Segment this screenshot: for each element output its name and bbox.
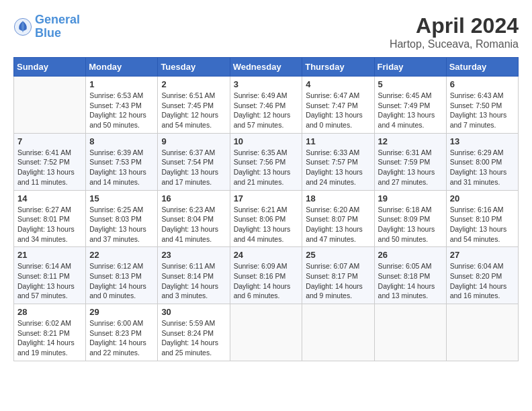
calendar-cell bbox=[14, 77, 86, 134]
day-info: Sunrise: 6:33 AM Sunset: 7:57 PM Dayligh… bbox=[306, 148, 370, 187]
calendar-cell: 11Sunrise: 6:33 AM Sunset: 7:57 PM Dayli… bbox=[302, 133, 374, 190]
calendar-cell: 17Sunrise: 6:21 AM Sunset: 8:06 PM Dayli… bbox=[230, 190, 302, 247]
logo: General Blue bbox=[13, 13, 80, 40]
day-number: 18 bbox=[306, 193, 370, 203]
day-number: 21 bbox=[17, 250, 82, 260]
day-info: Sunrise: 6:35 AM Sunset: 7:56 PM Dayligh… bbox=[234, 148, 299, 187]
day-number: 13 bbox=[450, 136, 515, 146]
day-info: Sunrise: 6:47 AM Sunset: 7:47 PM Dayligh… bbox=[306, 91, 370, 130]
calendar-week-row: 21Sunrise: 6:14 AM Sunset: 8:11 PM Dayli… bbox=[14, 247, 519, 304]
day-number: 29 bbox=[89, 307, 154, 317]
weekday-header: Wednesday bbox=[230, 58, 302, 77]
day-number: 26 bbox=[378, 250, 443, 260]
calendar-cell: 12Sunrise: 6:31 AM Sunset: 7:59 PM Dayli… bbox=[374, 133, 446, 190]
weekday-header: Thursday bbox=[302, 58, 374, 77]
day-info: Sunrise: 6:14 AM Sunset: 8:11 PM Dayligh… bbox=[17, 261, 82, 301]
day-info: Sunrise: 6:53 AM Sunset: 7:43 PM Dayligh… bbox=[89, 91, 154, 130]
logo-icon bbox=[13, 17, 32, 36]
calendar-week-row: 28Sunrise: 6:02 AM Sunset: 8:21 PM Dayli… bbox=[14, 304, 519, 361]
day-info: Sunrise: 6:21 AM Sunset: 8:06 PM Dayligh… bbox=[234, 205, 299, 244]
day-number: 5 bbox=[378, 79, 443, 89]
day-info: Sunrise: 6:45 AM Sunset: 7:49 PM Dayligh… bbox=[378, 91, 443, 130]
day-info: Sunrise: 6:49 AM Sunset: 7:46 PM Dayligh… bbox=[234, 91, 299, 130]
calendar-cell: 20Sunrise: 6:16 AM Sunset: 8:10 PM Dayli… bbox=[446, 190, 518, 247]
calendar-cell: 5Sunrise: 6:45 AM Sunset: 7:49 PM Daylig… bbox=[374, 77, 446, 134]
logo-text: General Blue bbox=[35, 13, 80, 40]
calendar-week-row: 14Sunrise: 6:27 AM Sunset: 8:01 PM Dayli… bbox=[14, 190, 519, 247]
calendar-header-row: SundayMondayTuesdayWednesdayThursdayFrid… bbox=[14, 58, 519, 77]
calendar-cell: 24Sunrise: 6:09 AM Sunset: 8:16 PM Dayli… bbox=[230, 247, 302, 304]
day-info: Sunrise: 6:31 AM Sunset: 7:59 PM Dayligh… bbox=[378, 148, 443, 187]
calendar-cell: 27Sunrise: 6:04 AM Sunset: 8:20 PM Dayli… bbox=[446, 247, 518, 304]
calendar-cell: 4Sunrise: 6:47 AM Sunset: 7:47 PM Daylig… bbox=[302, 77, 374, 134]
calendar-cell: 9Sunrise: 6:37 AM Sunset: 7:54 PM Daylig… bbox=[158, 133, 230, 190]
page-title: April 2024 bbox=[390, 13, 519, 38]
day-number: 10 bbox=[234, 136, 299, 146]
calendar-cell: 14Sunrise: 6:27 AM Sunset: 8:01 PM Dayli… bbox=[14, 190, 86, 247]
day-info: Sunrise: 6:37 AM Sunset: 7:54 PM Dayligh… bbox=[161, 148, 226, 187]
calendar-cell: 2Sunrise: 6:51 AM Sunset: 7:45 PM Daylig… bbox=[158, 77, 230, 134]
day-info: Sunrise: 6:04 AM Sunset: 8:20 PM Dayligh… bbox=[450, 261, 515, 301]
day-number: 28 bbox=[17, 307, 82, 317]
weekday-header: Friday bbox=[374, 58, 446, 77]
day-number: 22 bbox=[89, 250, 154, 260]
day-info: Sunrise: 6:18 AM Sunset: 8:09 PM Dayligh… bbox=[378, 205, 443, 244]
day-info: Sunrise: 6:12 AM Sunset: 8:13 PM Dayligh… bbox=[89, 261, 154, 301]
day-number: 11 bbox=[306, 136, 370, 146]
calendar-cell: 1Sunrise: 6:53 AM Sunset: 7:43 PM Daylig… bbox=[86, 77, 158, 134]
calendar-cell: 7Sunrise: 6:41 AM Sunset: 7:52 PM Daylig… bbox=[14, 133, 86, 190]
day-info: Sunrise: 6:51 AM Sunset: 7:45 PM Dayligh… bbox=[161, 91, 226, 130]
calendar-cell: 18Sunrise: 6:20 AM Sunset: 8:07 PM Dayli… bbox=[302, 190, 374, 247]
day-number: 9 bbox=[161, 136, 226, 146]
day-info: Sunrise: 6:25 AM Sunset: 8:03 PM Dayligh… bbox=[89, 205, 154, 244]
calendar-cell: 22Sunrise: 6:12 AM Sunset: 8:13 PM Dayli… bbox=[86, 247, 158, 304]
day-info: Sunrise: 6:11 AM Sunset: 8:14 PM Dayligh… bbox=[161, 261, 226, 301]
day-number: 17 bbox=[234, 193, 299, 203]
day-number: 12 bbox=[378, 136, 443, 146]
calendar-week-row: 1Sunrise: 6:53 AM Sunset: 7:43 PM Daylig… bbox=[14, 77, 519, 134]
weekday-header: Saturday bbox=[446, 58, 518, 77]
calendar-cell: 15Sunrise: 6:25 AM Sunset: 8:03 PM Dayli… bbox=[86, 190, 158, 247]
day-info: Sunrise: 6:23 AM Sunset: 8:04 PM Dayligh… bbox=[161, 205, 226, 244]
day-number: 27 bbox=[450, 250, 515, 260]
calendar-cell bbox=[446, 304, 518, 361]
calendar-cell: 28Sunrise: 6:02 AM Sunset: 8:21 PM Dayli… bbox=[14, 304, 86, 361]
day-number: 24 bbox=[234, 250, 299, 260]
weekday-header: Sunday bbox=[14, 58, 86, 77]
day-info: Sunrise: 6:16 AM Sunset: 8:10 PM Dayligh… bbox=[450, 205, 515, 244]
calendar-cell: 16Sunrise: 6:23 AM Sunset: 8:04 PM Dayli… bbox=[158, 190, 230, 247]
day-number: 6 bbox=[450, 79, 515, 89]
day-number: 25 bbox=[306, 250, 370, 260]
calendar-cell: 13Sunrise: 6:29 AM Sunset: 8:00 PM Dayli… bbox=[446, 133, 518, 190]
calendar-cell: 6Sunrise: 6:43 AM Sunset: 7:50 PM Daylig… bbox=[446, 77, 518, 134]
day-number: 14 bbox=[17, 193, 82, 203]
calendar-week-row: 7Sunrise: 6:41 AM Sunset: 7:52 PM Daylig… bbox=[14, 133, 519, 190]
weekday-header: Monday bbox=[86, 58, 158, 77]
day-number: 30 bbox=[161, 307, 226, 317]
calendar-cell: 29Sunrise: 6:00 AM Sunset: 8:23 PM Dayli… bbox=[86, 304, 158, 361]
title-area: April 2024 Hartop, Suceava, Romania bbox=[390, 13, 519, 50]
calendar-cell: 25Sunrise: 6:07 AM Sunset: 8:17 PM Dayli… bbox=[302, 247, 374, 304]
calendar-cell: 23Sunrise: 6:11 AM Sunset: 8:14 PM Dayli… bbox=[158, 247, 230, 304]
weekday-header: Tuesday bbox=[158, 58, 230, 77]
day-number: 8 bbox=[89, 136, 154, 146]
day-number: 4 bbox=[306, 79, 370, 89]
header: General Blue April 2024 Hartop, Suceava,… bbox=[13, 13, 519, 50]
day-info: Sunrise: 6:41 AM Sunset: 7:52 PM Dayligh… bbox=[17, 148, 82, 187]
day-info: Sunrise: 6:02 AM Sunset: 8:21 PM Dayligh… bbox=[17, 318, 82, 358]
calendar-cell: 8Sunrise: 6:39 AM Sunset: 7:53 PM Daylig… bbox=[86, 133, 158, 190]
day-info: Sunrise: 6:27 AM Sunset: 8:01 PM Dayligh… bbox=[17, 205, 82, 244]
day-number: 16 bbox=[161, 193, 226, 203]
day-info: Sunrise: 6:00 AM Sunset: 8:23 PM Dayligh… bbox=[89, 318, 154, 358]
day-info: Sunrise: 6:07 AM Sunset: 8:17 PM Dayligh… bbox=[306, 261, 370, 301]
day-info: Sunrise: 6:29 AM Sunset: 8:00 PM Dayligh… bbox=[450, 148, 515, 187]
day-info: Sunrise: 6:43 AM Sunset: 7:50 PM Dayligh… bbox=[450, 91, 515, 130]
calendar-cell bbox=[374, 304, 446, 361]
day-number: 2 bbox=[161, 79, 226, 89]
calendar-cell bbox=[302, 304, 374, 361]
day-info: Sunrise: 5:59 AM Sunset: 8:24 PM Dayligh… bbox=[161, 318, 226, 358]
day-info: Sunrise: 6:05 AM Sunset: 8:18 PM Dayligh… bbox=[378, 261, 443, 301]
day-number: 20 bbox=[450, 193, 515, 203]
calendar-cell: 26Sunrise: 6:05 AM Sunset: 8:18 PM Dayli… bbox=[374, 247, 446, 304]
day-number: 1 bbox=[89, 79, 154, 89]
